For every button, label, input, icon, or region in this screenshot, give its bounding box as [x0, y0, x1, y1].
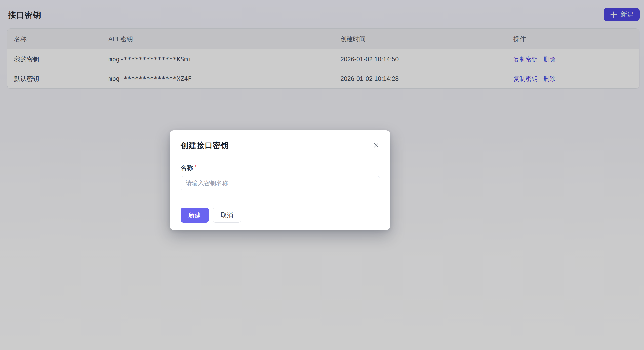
modal-close-button[interactable]	[372, 141, 381, 150]
name-field-label-row: 名称*	[181, 164, 380, 172]
key-name-input[interactable]	[181, 176, 380, 190]
required-marker: *	[194, 164, 197, 170]
modal-body: 名称*	[170, 151, 390, 200]
modal-footer: 新建 取消	[170, 200, 390, 230]
create-key-modal: 创建接口密钥 名称* 新建 取消	[170, 130, 390, 230]
modal-cancel-button[interactable]: 取消	[213, 208, 241, 223]
close-icon	[373, 142, 380, 149]
modal-submit-button[interactable]: 新建	[181, 208, 209, 223]
name-field-label: 名称	[181, 164, 193, 171]
modal-header: 创建接口密钥	[170, 130, 390, 151]
modal-title: 创建接口密钥	[181, 140, 229, 151]
